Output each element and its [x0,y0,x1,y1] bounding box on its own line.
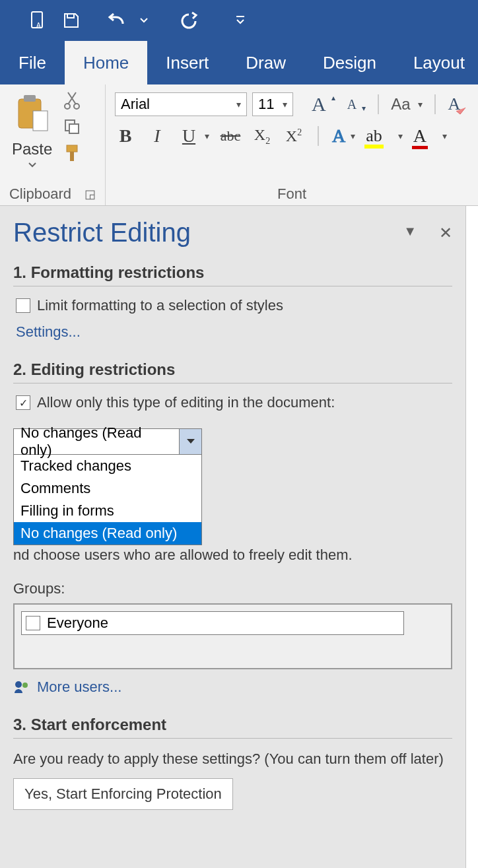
font-group-label: Font [277,185,306,203]
chevron-down-icon: ▾ [418,99,423,110]
font-size-value: 11 [258,96,274,113]
clipboard-launcher-icon[interactable]: ◲ [85,187,96,201]
grow-font-icon[interactable]: A [312,93,326,116]
tab-layout[interactable]: Layout [395,41,478,84]
limit-formatting-checkbox[interactable] [16,298,30,313]
font-group: Arial ▾ 11 ▾ A ▴ A ▾ Aa ▾ A B [106,84,478,205]
svg-point-8 [74,104,79,109]
everyone-checkbox[interactable] [26,616,40,630]
paste-button[interactable]: Paste [8,90,56,172]
limit-formatting-label: Limit formatting to a selection of style… [37,297,283,314]
editing-type-dropdown[interactable]: No changes (Read only) [13,428,202,455]
section2-title: 2. Editing restrictions [13,360,452,384]
users-icon [13,680,32,694]
chevron-down-icon: ▾ [351,131,355,141]
ribbon-tabs: File Home Insert Draw Design Layout [0,41,478,84]
underline-button[interactable]: U [178,125,199,147]
section3-title: 3. Start enforcement [13,716,452,739]
italic-button[interactable]: I [147,125,168,147]
font-color-button[interactable]: A [413,125,427,147]
restrict-editing-pane: Restrict Editing ▼ ✕ 1. Formatting restr… [0,206,466,868]
tab-design[interactable]: Design [304,41,395,84]
undo-dropdown-icon[interactable] [131,7,157,34]
dropdown-selected: No changes (Read only) [14,429,179,454]
svg-text:A: A [36,22,41,29]
formatting-restrictions-section: 1. Formatting restrictions Limit formatt… [13,263,452,341]
svg-point-13 [15,681,22,688]
highlight-button[interactable]: ab [366,126,382,146]
clipboard-group-label: Clipboard [9,185,71,203]
superscript-button[interactable]: X2 [283,127,304,145]
exceptions-text: nd choose users who are allowed to freel… [13,547,353,563]
groups-label: Groups: [13,579,452,599]
svg-rect-6 [33,111,48,131]
svg-point-7 [65,104,70,109]
ribbon: Paste Clipboard ◲ Arial [0,84,478,206]
dd-option-readonly[interactable]: No changes (Read only) [14,522,201,545]
editing-restrictions-section: 2. Editing restrictions ✓ Allow only thi… [13,360,452,696]
svg-rect-2 [67,14,74,18]
chevron-down-icon: ▾ [442,131,447,141]
chevron-down-icon: ▾ [398,131,403,141]
allow-only-checkbox[interactable]: ✓ [16,395,30,410]
cut-icon[interactable] [63,91,81,110]
svg-rect-11 [67,145,77,152]
svg-rect-10 [69,124,79,133]
svg-rect-5 [24,95,36,102]
more-users-label: More users... [37,679,121,696]
everyone-label: Everyone [47,615,108,632]
chevron-down-icon: ▾ [236,99,241,110]
copy-icon[interactable] [63,117,81,136]
tab-home[interactable]: Home [65,41,147,84]
tab-file[interactable]: File [0,41,65,84]
undo-icon[interactable] [103,7,129,34]
tab-insert[interactable]: Insert [147,41,227,84]
change-case-icon[interactable]: Aa [391,95,410,114]
dropdown-arrow-button[interactable] [179,429,201,454]
ready-text: Are you ready to apply these settings? (… [13,749,452,770]
paste-label: Paste [12,140,52,158]
redo-icon[interactable] [176,7,202,34]
font-name-value: Arial [121,96,150,113]
strikethrough-button[interactable]: abc [220,127,241,145]
start-enforcing-button[interactable]: Yes, Start Enforcing Protection [13,778,233,810]
subscript-button[interactable]: X2 [252,126,273,147]
allow-only-label: Allow only this type of editing in the d… [37,394,335,411]
bold-button[interactable]: B [115,125,136,147]
more-users-link[interactable]: More users... [13,679,452,696]
pane-title: Restrict Editing [13,218,191,248]
svg-rect-12 [70,152,74,161]
touch-mode-icon[interactable]: A [25,7,51,34]
text-effects-icon[interactable]: A [332,125,345,147]
tab-draw[interactable]: Draw [227,41,304,84]
pane-options-icon[interactable]: ▼ [403,224,417,242]
save-icon[interactable] [58,7,85,34]
format-painter-icon[interactable] [63,144,81,162]
dd-option-tracked[interactable]: Tracked changes [14,455,201,477]
customize-qat-icon[interactable] [227,7,254,34]
close-icon[interactable]: ✕ [439,224,452,242]
settings-link[interactable]: Settings... [16,323,81,340]
shrink-font-icon[interactable]: A [347,97,357,112]
clipboard-group: Paste Clipboard ◲ [0,84,106,205]
section1-title: 1. Formatting restrictions [13,263,452,286]
font-name-combo[interactable]: Arial ▾ [115,92,247,116]
start-enforcement-section: 3. Start enforcement Are you ready to ap… [13,716,452,811]
chevron-down-icon: ▾ [283,99,287,110]
clear-formatting-icon[interactable]: A [448,94,460,114]
document-area[interactable] [466,206,478,868]
quick-access-toolbar: A [0,0,478,41]
groups-box: Everyone [13,603,452,669]
dd-option-comments[interactable]: Comments [14,477,201,500]
chevron-down-icon: ▾ [205,131,209,141]
svg-point-14 [22,683,28,688]
font-size-combo[interactable]: 11 ▾ [252,92,293,116]
dropdown-list: Tracked changes Comments Filling in form… [13,455,202,545]
dd-option-forms[interactable]: Filling in forms [14,500,201,522]
